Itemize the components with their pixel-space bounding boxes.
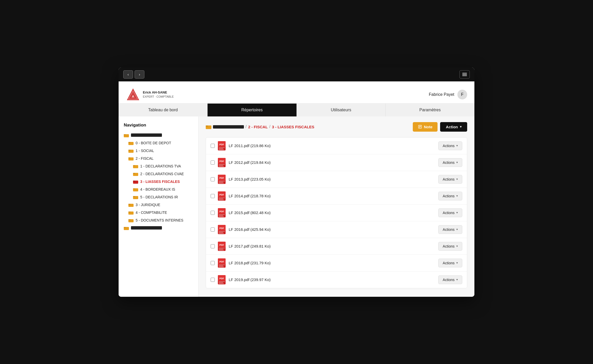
sidebar-item-documents-internes[interactable]: 5 - DOCUMENTS INTERNES bbox=[119, 216, 198, 224]
sidebar-item-label: 2 - DECLARATIONS CVAE bbox=[140, 172, 184, 176]
actions-label: Actions bbox=[443, 278, 455, 282]
actions-button[interactable]: Actions▾ bbox=[438, 259, 462, 267]
chevron-down-icon: ▾ bbox=[456, 161, 458, 164]
tab-bar: Tableau de bord Répertoires Utilisateurs… bbox=[119, 104, 474, 116]
actions-button[interactable]: Actions▾ bbox=[438, 141, 462, 150]
actions-button[interactable]: Actions▾ bbox=[438, 158, 462, 167]
tab-repertoires[interactable]: Répertoires bbox=[208, 104, 296, 116]
sidebar-item-label: 0 - BOITE DE DEPOT bbox=[136, 141, 171, 145]
svg-rect-18 bbox=[133, 188, 135, 189]
folder-icon bbox=[128, 203, 134, 207]
actions-label: Actions bbox=[443, 227, 455, 232]
user-name: Fabrice Payet bbox=[429, 92, 454, 97]
svg-rect-30 bbox=[206, 125, 208, 127]
back-button[interactable]: ‹ bbox=[123, 70, 133, 79]
folder-icon bbox=[133, 172, 138, 176]
svg-rect-69 bbox=[219, 232, 223, 233]
actions-button[interactable]: Actions▾ bbox=[438, 175, 462, 184]
sidebar-item-fiscal[interactable]: 2 - FISCAL bbox=[119, 155, 198, 162]
sidebar-item-label: 2 - FISCAL bbox=[136, 156, 153, 160]
sidebar-item-liasses-fiscales[interactable]: 3 - LIASSES FISCALES bbox=[119, 178, 198, 185]
folder-icon bbox=[124, 133, 129, 137]
sidebar-item-bordereaux-is[interactable]: 4 - BORDEREAUX IS bbox=[119, 185, 198, 193]
titlebar: ‹ › bbox=[119, 67, 474, 81]
file-checkbox[interactable] bbox=[211, 211, 215, 215]
sidebar-title: Navigation bbox=[119, 123, 198, 131]
breadcrumb-folder-icon bbox=[206, 124, 211, 129]
sidebar-item-boite[interactable]: 0 - BOITE DE DEPOT bbox=[119, 139, 198, 147]
actions-label: Actions bbox=[443, 261, 455, 265]
sidebar-item-root[interactable] bbox=[119, 131, 198, 139]
table-row: PDF LF 2016.pdf (425.94 Ko)Actions▾ bbox=[206, 221, 467, 238]
actions-button[interactable]: Actions▾ bbox=[438, 225, 462, 234]
file-checkbox[interactable] bbox=[211, 261, 215, 265]
breadcrumb-sep2: / bbox=[269, 124, 270, 129]
file-checkbox[interactable] bbox=[211, 144, 215, 148]
svg-rect-24 bbox=[128, 211, 130, 213]
file-checkbox[interactable] bbox=[211, 194, 215, 198]
pdf-icon: PDF bbox=[218, 275, 226, 284]
breadcrumb-root-redacted bbox=[213, 125, 244, 129]
svg-text:PDF: PDF bbox=[219, 227, 224, 230]
file-checkbox[interactable] bbox=[211, 227, 215, 232]
file-name: LF 2015.pdf (802.48 Ko) bbox=[229, 210, 435, 215]
sidebar-item-declarations-tva[interactable]: 1 - DECLARATIONS TVA bbox=[119, 162, 198, 170]
tab-dashboard[interactable]: Tableau de bord bbox=[119, 104, 208, 116]
svg-rect-68 bbox=[219, 231, 225, 232]
header: A Erick AH-SANE EXPERT · COMPTABLE Fabri… bbox=[119, 81, 474, 104]
sidebar-item-label: 1 - DECLARATIONS TVA bbox=[140, 164, 181, 168]
file-checkbox[interactable] bbox=[211, 244, 215, 248]
sidebar-item-juridique[interactable]: 3 - JURIDIQUE bbox=[119, 201, 198, 209]
folder-icon bbox=[128, 149, 134, 153]
sidebar-item-social[interactable]: 1 - SOCIAL bbox=[119, 147, 198, 155]
avatar[interactable]: F bbox=[457, 90, 467, 99]
actions-button[interactable]: Actions▾ bbox=[438, 192, 462, 200]
logo-name: Erick AH-SANE bbox=[143, 90, 167, 94]
svg-rect-16 bbox=[133, 181, 135, 182]
tab-parametres[interactable]: Paramètres bbox=[386, 104, 474, 116]
breadcrumb-fiscal[interactable]: 2 - FISCAL bbox=[248, 125, 268, 129]
actions-button[interactable]: Actions▾ bbox=[438, 208, 462, 217]
forward-button[interactable]: › bbox=[135, 70, 144, 79]
sidebar-item-bottom[interactable] bbox=[119, 224, 198, 232]
sidebar-item-comptabilite[interactable]: 4 - COMPTABILITE bbox=[119, 209, 198, 216]
file-checkbox[interactable] bbox=[211, 278, 215, 282]
menu-button[interactable] bbox=[459, 70, 470, 79]
sidebar-item-declarations-ir[interactable]: 5 - DECLARATIONS IR bbox=[119, 193, 198, 201]
folder-icon bbox=[124, 226, 129, 230]
svg-rect-28 bbox=[124, 227, 126, 228]
svg-rect-75 bbox=[219, 249, 223, 249]
actions-button[interactable]: Actions▾ bbox=[438, 242, 462, 251]
svg-rect-40 bbox=[219, 149, 224, 150]
pdf-icon: PDF bbox=[218, 158, 226, 167]
svg-rect-86 bbox=[219, 281, 225, 282]
svg-rect-64 bbox=[219, 216, 224, 217]
file-list: PDF LF 2011.pdf (219.86 Ko)Actions▾ PDF … bbox=[206, 137, 467, 288]
actions-label: Actions bbox=[443, 177, 455, 181]
file-checkbox[interactable] bbox=[211, 160, 215, 165]
action-button[interactable]: Action ▾ bbox=[440, 122, 467, 132]
svg-text:PDF: PDF bbox=[219, 143, 224, 146]
svg-text:PDF: PDF bbox=[219, 210, 224, 213]
actions-button[interactable]: Actions▾ bbox=[438, 275, 462, 284]
file-checkbox[interactable] bbox=[211, 177, 215, 181]
table-row: PDF LF 2017.pdf (249.81 Ko)Actions▾ bbox=[206, 238, 467, 255]
sidebar-item-declarations-cvae[interactable]: 2 - DECLARATIONS CVAE bbox=[119, 170, 198, 178]
svg-rect-88 bbox=[219, 283, 224, 284]
pdf-icon: PDF bbox=[218, 208, 226, 217]
folder-icon bbox=[133, 164, 138, 168]
sidebar-item-label: 3 - LIASSES FISCALES bbox=[140, 180, 180, 184]
svg-text:PDF: PDF bbox=[219, 277, 224, 280]
svg-rect-12 bbox=[133, 165, 135, 166]
pdf-icon: PDF bbox=[218, 175, 226, 184]
svg-rect-81 bbox=[219, 266, 223, 266]
tab-utilisateurs[interactable]: Utilisateurs bbox=[297, 104, 386, 116]
svg-rect-50 bbox=[219, 181, 225, 181]
pdf-icon: PDF bbox=[218, 141, 226, 150]
file-name: LF 2012.pdf (219.84 Ko) bbox=[229, 160, 435, 165]
logo-area: A Erick AH-SANE EXPERT · COMPTABLE bbox=[126, 87, 174, 102]
chevron-down-icon: ▾ bbox=[456, 261, 458, 265]
chevron-down-icon: ▾ bbox=[456, 228, 458, 231]
note-button[interactable]: Note bbox=[413, 122, 438, 132]
file-name: LF 2014.pdf (218.78 Ko) bbox=[229, 194, 435, 198]
